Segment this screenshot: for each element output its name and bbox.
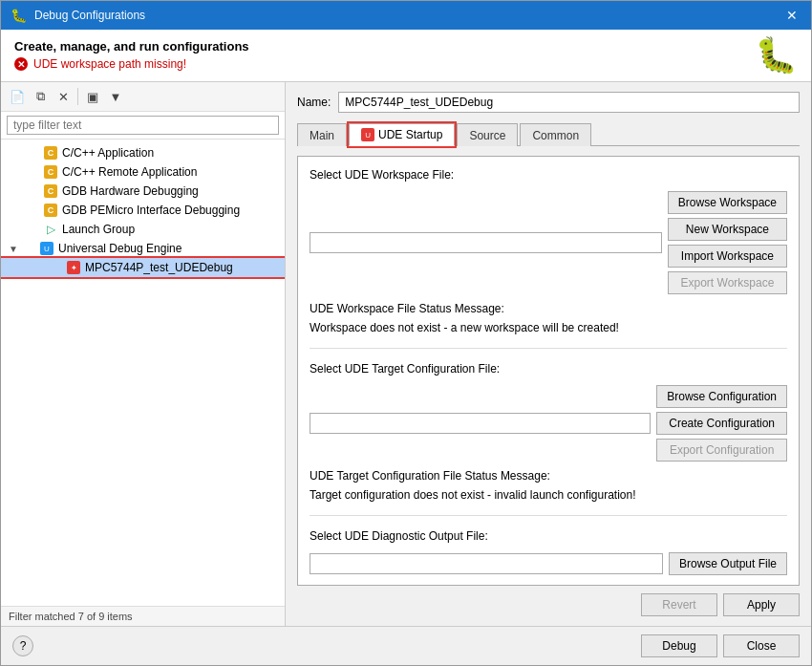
dialog-header: Create, manage, and run configurations ✕… bbox=[1, 30, 811, 82]
toolbar-separator bbox=[77, 88, 78, 105]
tab-ude-startup-label: UDE Startup bbox=[378, 128, 442, 141]
workspace-status-label: UDE Workspace File Status Message: bbox=[310, 302, 787, 315]
tree-item-cpp-app[interactable]: C C/C++ Application bbox=[1, 143, 285, 162]
filter-button[interactable]: ▣ bbox=[82, 86, 103, 107]
revert-button[interactable]: Revert bbox=[641, 593, 717, 616]
tab-common[interactable]: Common bbox=[520, 123, 591, 146]
workspace-buttons: Browse Workspace New Workspace Import Wo… bbox=[668, 191, 787, 294]
output-buttons: Browse Output File bbox=[669, 552, 787, 575]
tab-main[interactable]: Main bbox=[297, 123, 347, 146]
dialog-heading: Create, manage, and run configurations bbox=[14, 39, 249, 54]
tab-main-label: Main bbox=[310, 129, 334, 142]
launch-group-icon: ▷ bbox=[43, 222, 58, 237]
debug-configurations-dialog: 🐛 Debug Configurations ✕ Create, manage,… bbox=[0, 0, 812, 666]
tree-item-ude[interactable]: ▼ U Universal Debug Engine bbox=[1, 239, 285, 258]
output-input[interactable] bbox=[310, 553, 663, 574]
workspace-status-value: Workspace does not exist - a new workspa… bbox=[310, 321, 787, 334]
left-status: Filter matched 7 of 9 items bbox=[1, 606, 285, 626]
cpp-remote-icon: C bbox=[43, 164, 58, 180]
content-area: Select UDE Workspace File: Browse Worksp… bbox=[297, 156, 800, 586]
target-buttons: Browse Configuration Create Configuratio… bbox=[656, 385, 787, 462]
tree-area: C C/C++ Application C C/C++ Remote Appli… bbox=[1, 140, 285, 606]
delete-button[interactable]: ✕ bbox=[53, 86, 74, 107]
gdb-pemicro-label: GDB PEMicro Interface Debugging bbox=[62, 204, 240, 217]
close-window-button[interactable]: ✕ bbox=[782, 8, 801, 23]
import-workspace-button[interactable]: Import Workspace bbox=[668, 245, 787, 268]
tree-item-launch-group[interactable]: ▷ Launch Group bbox=[1, 220, 285, 239]
output-label: Select UDE Diagnostic Output File: bbox=[310, 529, 787, 543]
tree-item-gdb-pemicro[interactable]: C GDB PEMicro Interface Debugging bbox=[1, 201, 285, 220]
browse-configuration-button[interactable]: Browse Configuration bbox=[656, 385, 787, 408]
target-label: Select UDE Target Configuration File: bbox=[310, 362, 787, 376]
help-button[interactable]: ? bbox=[12, 635, 33, 656]
left-panel: 📄 ⧉ ✕ ▣ ▼ C C/C++ Application bbox=[1, 82, 286, 626]
target-status-value: Target configuration does not exist - in… bbox=[310, 488, 787, 502]
workspace-label: Select UDE Workspace File: bbox=[310, 168, 787, 182]
workspace-input[interactable] bbox=[310, 232, 662, 253]
tree-item-gdb-hw[interactable]: C GDB Hardware Debugging bbox=[1, 182, 285, 201]
name-label: Name: bbox=[297, 96, 331, 109]
output-input-row: Browse Output File bbox=[310, 552, 787, 575]
apply-button[interactable]: Apply bbox=[723, 593, 800, 616]
error-row: ✕ UDE workspace path missing! bbox=[14, 57, 249, 71]
tab-source[interactable]: Source bbox=[457, 123, 518, 146]
dialog-title: Debug Configurations bbox=[34, 9, 145, 22]
footer-right: Debug Close bbox=[641, 634, 800, 657]
debug-icon: 🐛 bbox=[11, 8, 27, 23]
right-action-row: Revert Apply bbox=[297, 586, 800, 616]
browse-workspace-button[interactable]: Browse Workspace bbox=[668, 191, 787, 214]
ude-startup-icon: U bbox=[361, 128, 374, 141]
tab-common-label: Common bbox=[532, 129, 579, 142]
filter-area bbox=[1, 112, 285, 140]
new-config-button[interactable]: 📄 bbox=[7, 86, 28, 107]
right-panel: Name: Main U UDE Startup Source Common bbox=[286, 82, 811, 626]
cpp-remote-label: C/C++ Remote Application bbox=[62, 165, 197, 179]
ude-icon: U bbox=[39, 241, 54, 256]
left-toolbar: 📄 ⧉ ✕ ▣ ▼ bbox=[1, 82, 285, 112]
launch-group-label: Launch Group bbox=[62, 223, 135, 236]
export-configuration-button[interactable]: Export Configuration bbox=[656, 439, 787, 462]
output-section: Select UDE Diagnostic Output File: Brows… bbox=[310, 529, 787, 575]
bug-logo: 🐛 bbox=[755, 35, 798, 75]
target-input-row: Browse Configuration Create Configuratio… bbox=[310, 385, 787, 462]
tabs-row: Main U UDE Startup Source Common bbox=[297, 122, 800, 146]
footer-left: ? bbox=[12, 635, 33, 656]
name-input[interactable] bbox=[338, 92, 800, 113]
tree-item-cpp-remote[interactable]: C C/C++ Remote Application bbox=[1, 162, 285, 182]
new-workspace-button[interactable]: New Workspace bbox=[668, 218, 787, 241]
export-workspace-button[interactable]: Export Workspace bbox=[668, 271, 787, 294]
tab-source-label: Source bbox=[469, 129, 505, 142]
dropdown-button[interactable]: ▼ bbox=[105, 86, 126, 107]
ude-config-icon: ✦ bbox=[66, 260, 81, 275]
filter-status: Filter matched 7 of 9 items bbox=[9, 611, 133, 622]
create-configuration-button[interactable]: Create Configuration bbox=[656, 412, 787, 435]
filter-input[interactable] bbox=[7, 116, 279, 135]
workspace-section: Select UDE Workspace File: Browse Worksp… bbox=[310, 168, 787, 334]
target-status-label: UDE Target Configuration File Status Mes… bbox=[310, 469, 787, 483]
tree-item-ude-config[interactable]: ✦ MPC5744P_test_UDEDebug bbox=[1, 258, 285, 277]
cpp-app-icon: C bbox=[43, 145, 58, 161]
error-icon: ✕ bbox=[14, 57, 28, 71]
name-row: Name: bbox=[297, 92, 800, 113]
browse-output-button[interactable]: Browse Output File bbox=[669, 552, 787, 575]
ude-config-label: MPC5744P_test_UDEDebug bbox=[85, 261, 233, 274]
duplicate-button[interactable]: ⧉ bbox=[30, 86, 51, 107]
target-input[interactable] bbox=[310, 413, 651, 434]
tab-ude-startup[interactable]: U UDE Startup bbox=[349, 123, 455, 146]
workspace-input-row: Browse Workspace New Workspace Import Wo… bbox=[310, 191, 787, 294]
close-button[interactable]: Close bbox=[723, 634, 800, 657]
dialog-body: 📄 ⧉ ✕ ▣ ▼ C C/C++ Application bbox=[1, 82, 811, 626]
title-bar: 🐛 Debug Configurations ✕ bbox=[1, 1, 811, 30]
gdb-hw-label: GDB Hardware Debugging bbox=[62, 184, 199, 198]
cpp-app-label: C/C++ Application bbox=[62, 146, 154, 160]
debug-button[interactable]: Debug bbox=[641, 634, 717, 657]
error-text: UDE workspace path missing! bbox=[33, 57, 186, 71]
gdb-hw-icon: C bbox=[43, 183, 58, 199]
target-section: Select UDE Target Configuration File: Br… bbox=[310, 362, 787, 502]
dialog-footer: ? Debug Close bbox=[1, 626, 811, 665]
gdb-pemicro-icon: C bbox=[43, 203, 58, 218]
ude-label: Universal Debug Engine bbox=[58, 242, 182, 255]
